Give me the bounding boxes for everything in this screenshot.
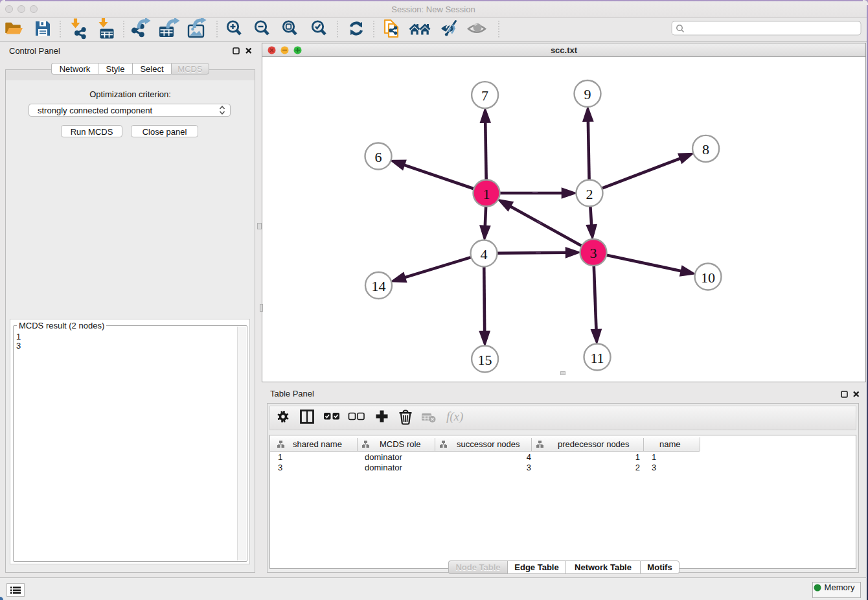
svg-text:1: 1 <box>635 452 640 462</box>
svg-text:7: 7 <box>481 87 488 104</box>
svg-text:3: 3 <box>652 463 656 472</box>
svg-text:1: 1 <box>483 186 490 202</box>
svg-text:predecessor nodes: predecessor nodes <box>558 439 630 449</box>
svg-text:1: 1 <box>652 452 656 462</box>
svg-text:2: 2 <box>635 463 640 472</box>
svg-text:name: name <box>659 439 681 449</box>
svg-text:1: 1 <box>278 452 282 462</box>
svg-text:3: 3 <box>527 463 531 472</box>
svg-text:4: 4 <box>481 246 488 262</box>
svg-text:8: 8 <box>702 141 709 157</box>
svg-text:11: 11 <box>590 350 604 366</box>
svg-text:successor nodes: successor nodes <box>457 439 520 449</box>
svg-text:dominator: dominator <box>365 463 402 472</box>
svg-text:3: 3 <box>278 463 282 472</box>
svg-text:f(x): f(x) <box>446 410 463 424</box>
svg-text:shared name: shared name <box>293 439 342 449</box>
svg-text:14: 14 <box>372 278 386 294</box>
svg-text:10: 10 <box>701 270 715 286</box>
svg-text:dominator: dominator <box>365 452 402 462</box>
svg-text:3: 3 <box>590 245 597 261</box>
svg-text:MCDS role: MCDS role <box>380 439 421 449</box>
svg-text:2: 2 <box>586 186 593 202</box>
svg-text:9: 9 <box>584 86 591 102</box>
svg-text:15: 15 <box>478 352 492 368</box>
svg-text:6: 6 <box>375 149 382 165</box>
svg-text:4: 4 <box>527 452 531 462</box>
